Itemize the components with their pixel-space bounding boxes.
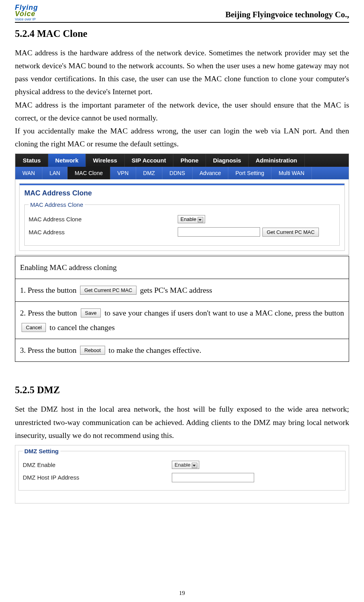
btn-reboot[interactable]: Reboot — [80, 346, 105, 355]
tab-wireless[interactable]: Wireless — [86, 154, 125, 167]
tab-sip-account[interactable]: SIP Account — [125, 154, 174, 167]
mac-address-input[interactable] — [178, 227, 260, 237]
tab-status[interactable]: Status — [15, 154, 48, 167]
instruction-table: Enabling MAC address cloning 1. Press th… — [15, 256, 349, 362]
page-number: 19 — [0, 590, 364, 597]
instr-step-1: 1. Press the button Get Current PC MAC g… — [15, 279, 349, 302]
subtab-lan[interactable]: LAN — [42, 167, 67, 179]
dmz-enable-select[interactable]: Enable — [172, 461, 199, 469]
btn-cancel[interactable]: Cancel — [22, 323, 46, 332]
instr2-a: 2. Press the button — [20, 309, 79, 317]
mac-para-1: MAC address is the hardware address of t… — [15, 46, 349, 99]
logo-tagline: Voice over IP — [15, 18, 36, 21]
instr3-b: to make the changes effective. — [109, 346, 201, 354]
tab-network[interactable]: Network — [48, 154, 86, 167]
sub-tabs: WAN LAN MAC Clone VPN DMZ DDNS Advance P… — [15, 167, 349, 179]
dmz-para: Set the DMZ host in the local area netwo… — [15, 403, 349, 441]
heading-dmz: 5.2.5 DMZ — [15, 385, 349, 396]
mac-address-label: MAC Address — [29, 229, 178, 235]
dmz-legend: DMZ Setting — [23, 448, 60, 454]
btn-save[interactable]: Save — [81, 308, 101, 317]
page-header: Flying Voice Voice over IP Beijing Flyin… — [15, 4, 349, 23]
mac-fieldset: MAC Address Clone MAC Address Clone Enab… — [24, 201, 340, 246]
logo: Flying Voice Voice over IP — [15, 4, 38, 21]
mac-clone-screenshot: Status Network Wireless SIP Account Phon… — [15, 153, 349, 255]
subtab-wan[interactable]: WAN — [15, 167, 42, 179]
instr2-b: to save your changes if users don't want… — [104, 309, 344, 317]
tab-diagnosis[interactable]: Diagnosis — [206, 154, 249, 167]
instr2-c: to cancel the changes — [49, 323, 115, 332]
heading-mac-clone: 5.2.4 MAC Clone — [15, 28, 349, 39]
mac-para-2: MAC address is the important parameter o… — [15, 99, 349, 124]
mac-panel-inner: MAC Address Clone MAC Address Clone MAC … — [19, 183, 345, 251]
tab-administration[interactable]: Administration — [249, 154, 305, 167]
dmz-screenshot: DMZ Setting DMZ Enable Enable DMZ Host I… — [15, 445, 349, 503]
dmz-host-ip-input[interactable] — [172, 473, 254, 482]
instr-title: Enabling MAC address cloning — [15, 256, 349, 279]
subtab-mac-clone[interactable]: MAC Clone — [67, 167, 110, 179]
instr1-a: 1. Press the button — [20, 286, 78, 294]
instr1-b: gets PC's MAC address — [140, 286, 212, 294]
mac-clone-select[interactable]: Enable — [178, 215, 205, 223]
mac-clone-label: MAC Address Clone — [29, 216, 178, 223]
instr3-a: 3. Press the button — [20, 346, 78, 354]
dmz-paragraph-wrap: Set the DMZ host in the local area netwo… — [15, 403, 349, 441]
subtab-multi-wan[interactable]: Multi WAN — [271, 167, 312, 179]
mac-para-3: If you accidentally make the MAC address… — [15, 124, 349, 150]
dmz-fieldset: DMZ Setting DMZ Enable Enable DMZ Host I… — [18, 448, 346, 491]
instr-step-2: 2. Press the button Save to save your ch… — [15, 302, 349, 339]
panel-header: MAC Address Clone — [20, 184, 344, 199]
company-name: Beijing Flyingvoice technology Co., — [225, 10, 349, 20]
subtab-vpn[interactable]: VPN — [110, 167, 136, 179]
instr-step-3: 3. Press the button Reboot to make the c… — [15, 339, 349, 362]
dmz-enable-label: DMZ Enable — [23, 462, 172, 468]
main-tabs: Status Network Wireless SIP Account Phon… — [15, 154, 349, 167]
subtab-port-setting[interactable]: Port Setting — [228, 167, 271, 179]
logo-text-voice: Voice — [15, 10, 35, 17]
mac-legend: MAC Address Clone — [29, 201, 85, 208]
mac-clone-paragraphs: MAC address is the hardware address of t… — [15, 46, 349, 150]
get-current-pc-mac-button[interactable]: Get Current PC MAC — [262, 228, 319, 237]
btn-get-current-pc-mac[interactable]: Get Current PC MAC — [80, 286, 136, 295]
tab-phone[interactable]: Phone — [173, 154, 206, 167]
dmz-host-ip-label: DMZ Host IP Address — [23, 474, 172, 481]
subtab-dmz[interactable]: DMZ — [136, 167, 162, 179]
subtab-advance[interactable]: Advance — [193, 167, 228, 179]
subtab-ddns[interactable]: DDNS — [162, 167, 193, 179]
